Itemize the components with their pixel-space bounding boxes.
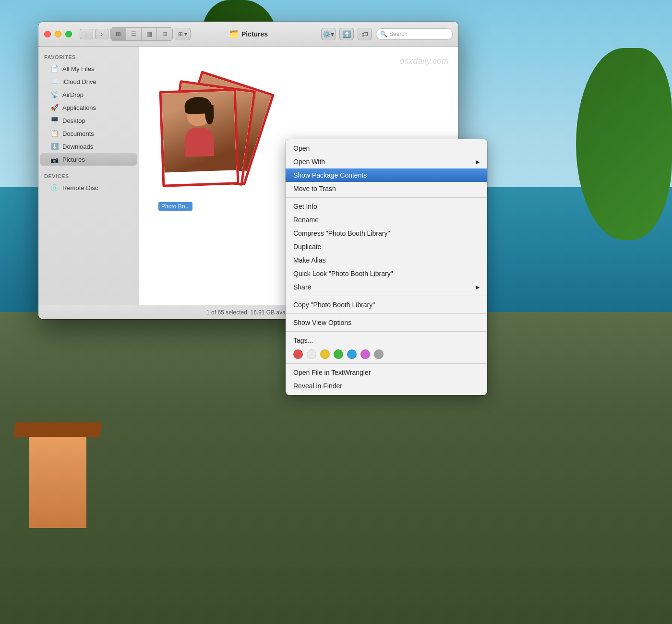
applications-icon: 🚀 [50,104,59,111]
menu-separator-4 [286,331,487,332]
view-mode-buttons: ⊞ ☰ ▦ ⊟ [110,27,173,41]
share-arrow-icon: ▶ [476,284,480,290]
tags-row [286,347,487,361]
airdrop-icon: 📡 [50,91,59,98]
toolbar-right: ⚙️▾ ⬆️ 🏷 🔍 Search [321,28,453,40]
sidebar-item-applications[interactable]: 🚀 Applications [40,101,137,114]
label-button[interactable]: 🏷 [358,28,372,40]
sidebar-item-desktop[interactable]: 🖥️ Desktop [40,114,137,127]
forward-button[interactable]: › [95,29,108,39]
window-title-text: Pictures [241,30,268,38]
menu-item-quick-look-label: Quick Look "Photo Booth Library" [293,270,393,277]
menu-item-copy-label: Copy "Photo Booth Library" [293,301,375,309]
close-button[interactable] [44,31,51,37]
menu-item-duplicate[interactable]: Duplicate [286,240,487,253]
sidebar-item-remote-disc[interactable]: 💿 Remote Disc [40,181,137,194]
icon-view-button[interactable]: ⊞ [111,28,126,40]
remote-disc-icon: 💿 [50,184,59,192]
watermark-text: osxdaily.com [399,56,449,66]
action-gear-button[interactable]: ⚙️▾ [321,28,336,40]
tag-gray[interactable] [374,349,384,359]
minimize-button[interactable] [55,31,61,37]
column-view-button[interactable]: ▦ [142,28,157,40]
file-label-selected: Photo Bo... [158,202,192,211]
pictures-icon: 📷 [50,156,59,163]
beach-building [29,432,86,528]
arrange-button[interactable]: ⊞ ▾ [175,28,191,40]
coverflow-view-button[interactable]: ⊟ [157,28,172,40]
menu-item-get-info[interactable]: Get Info [286,200,487,213]
photo-card-front [159,88,240,187]
menu-item-quick-look[interactable]: Quick Look "Photo Booth Library" [286,267,487,280]
list-view-button[interactable]: ☰ [126,28,142,40]
sidebar-item-icloud-drive[interactable]: ☁️ iCloud Drive [40,75,137,88]
arrange-icon: ⊞ [178,31,183,37]
menu-separator-3 [286,313,487,314]
menu-item-rename[interactable]: Rename [286,213,487,227]
menu-item-share-label: Share [293,283,311,291]
arrange-label: ▾ [184,31,187,37]
tag-purple[interactable] [360,349,370,359]
window-title: 🗂️ Pictures [229,29,268,38]
menu-item-reveal-finder[interactable]: Reveal in Finder [286,379,487,393]
menu-item-share[interactable]: Share ▶ [286,280,487,294]
menu-item-compress[interactable]: Compress "Photo Booth Library" [286,227,487,240]
sidebar-item-downloads[interactable]: ⬇️ Downloads [40,140,137,153]
photo-inner-front [162,91,237,172]
sidebar-item-documents[interactable]: 📋 Documents [40,127,137,140]
hair-side-3 [205,105,214,124]
menu-item-rename-label: Rename [293,216,319,224]
menu-item-show-package-contents-label: Show Package Contents [293,171,367,179]
context-menu: Open Open With ▶ Show Package Contents M… [286,139,487,395]
menu-item-reveal-finder-label: Reveal in Finder [293,382,342,390]
documents-icon: 📋 [50,130,59,137]
menu-item-copy[interactable]: Copy "Photo Booth Library" [286,298,487,312]
menu-item-get-info-label: Get Info [293,203,317,210]
window-controls [44,31,72,37]
folder-icon: 🗂️ [229,29,239,38]
photobooth-file-icon[interactable]: Photo Bo... [158,75,264,210]
maximize-button[interactable] [65,31,72,37]
downloads-icon: ⬇️ [50,143,59,150]
menu-item-make-alias[interactable]: Make Alias [286,253,487,267]
photo-stack [158,75,264,200]
nav-buttons: ‹ › [80,29,108,39]
menu-item-move-to-trash-label: Move to Trash [293,185,336,192]
menu-item-open-label: Open [293,144,310,152]
menu-item-show-view-options-label: Show View Options [293,319,351,326]
menu-item-open-textwrangler-label: Open File in TextWrangler [293,369,371,376]
desktop-icon: 🖥️ [50,117,59,124]
sidebar-item-label-documents: Documents [62,130,94,137]
tag-white[interactable] [307,349,316,359]
share-button[interactable]: ⬆️ [339,28,354,40]
sidebar-item-pictures[interactable]: 📷 Pictures [40,153,137,166]
menu-item-move-to-trash[interactable]: Move to Trash [286,182,487,195]
tag-blue[interactable] [347,349,357,359]
menu-separator-2 [286,296,487,296]
tag-yellow[interactable] [320,349,330,359]
search-box[interactable]: 🔍 Search [376,28,453,40]
menu-item-show-package-contents[interactable]: Show Package Contents [286,168,487,182]
menu-item-show-view-options[interactable]: Show View Options [286,316,487,329]
beach-roof [13,422,102,437]
status-text: 1 of 65 selected, 16.91 GB ava... [206,309,290,316]
menu-item-make-alias-label: Make Alias [293,256,326,264]
tag-green[interactable] [334,349,343,359]
open-with-arrow-icon: ▶ [476,159,480,165]
menu-item-tags-label: Tags... [293,336,313,344]
sidebar-item-label-desktop: Desktop [62,117,85,124]
menu-item-open-with[interactable]: Open With ▶ [286,155,487,168]
sidebar-item-all-my-files[interactable]: 📄 All My Files [40,62,137,75]
back-button[interactable]: ‹ [80,29,93,39]
menu-item-compress-label: Compress "Photo Booth Library" [293,229,390,237]
menu-item-open-with-label: Open With [293,158,325,166]
palm-right [576,48,672,240]
menu-item-tags[interactable]: Tags... [286,334,487,347]
menu-separator-5 [286,363,487,364]
menu-item-open-textwrangler[interactable]: Open File in TextWrangler [286,366,487,379]
devices-section-label: Devices [38,171,139,181]
sidebar-item-airdrop[interactable]: 📡 AirDrop [40,88,137,101]
tag-red[interactable] [293,349,303,359]
menu-item-duplicate-label: Duplicate [293,243,321,251]
menu-item-open[interactable]: Open [286,142,487,155]
